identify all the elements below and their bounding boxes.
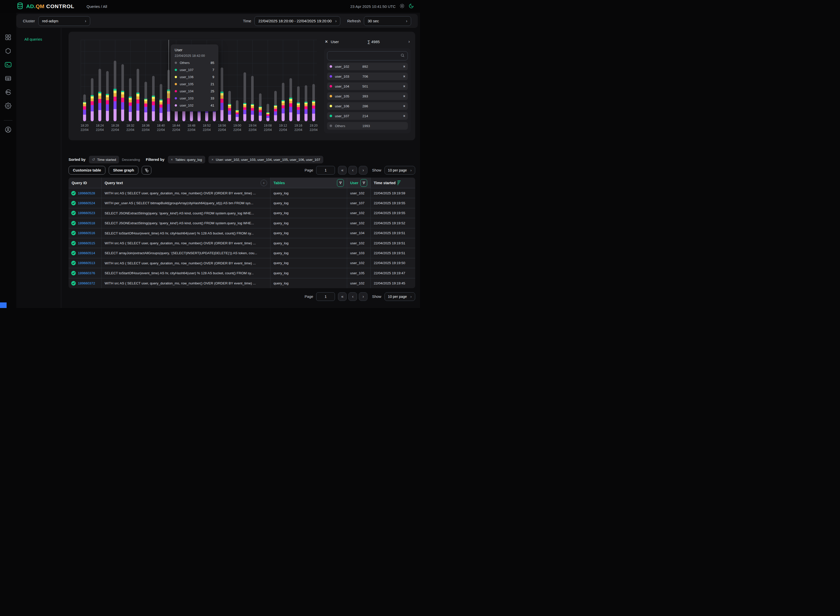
chart-bar[interactable] (106, 71, 109, 121)
query-id-link[interactable]: 189660528 (78, 191, 95, 195)
chart-bar[interactable] (152, 76, 155, 121)
chart-tooltip-rows: Others85user_1077user_1069user_10521user… (175, 61, 214, 107)
close-icon[interactable]: × (325, 39, 328, 44)
chart-bar-segment-user_104 (129, 103, 132, 106)
sidebar-item-settings[interactable] (5, 103, 12, 109)
query-id-link[interactable]: 189660376 (78, 271, 95, 275)
query-id-link[interactable]: 189660515 (78, 241, 95, 245)
query-id-link[interactable]: 189660513 (78, 261, 95, 265)
column-header-tables[interactable]: Tables (271, 177, 347, 188)
chart-bar-segment-user_102 (113, 109, 116, 121)
time-range-select[interactable]: 22/04/2025 18:20:00 - 22/04/2025 19:20:0… (255, 16, 340, 26)
breadcrumb[interactable]: Queries / All (87, 4, 107, 9)
remove-user-filter-button[interactable]: × (403, 114, 405, 118)
query-id-link[interactable]: 189660514 (78, 251, 95, 255)
dark-theme-moon-icon[interactable] (409, 3, 414, 10)
remove-user-filter-button[interactable]: × (403, 84, 405, 88)
sort-direction[interactable]: Descending (122, 158, 140, 161)
remove-user-filter-button[interactable]: × (403, 74, 405, 78)
chart-bar[interactable] (129, 78, 132, 121)
sidebar-item-access-keys[interactable] (5, 89, 12, 95)
show-graph-button[interactable]: Show graph (109, 166, 138, 175)
refresh-select[interactable]: 30 sec › (364, 16, 411, 26)
chart-bar[interactable] (243, 72, 246, 121)
per-page-select[interactable]: 10 per page › (384, 292, 415, 301)
query-id-link[interactable]: 189660523 (78, 211, 95, 215)
chart-bar[interactable] (121, 64, 124, 121)
tables-filter-icon[interactable] (337, 179, 344, 187)
sub-sidebar: All queries (16, 28, 61, 308)
chart-bar[interactable] (297, 86, 300, 121)
chart-bar[interactable] (259, 93, 262, 121)
customize-table-button[interactable]: Customize table (69, 166, 105, 175)
first-page-button[interactable]: « (338, 292, 347, 301)
sidebar-item-dashboard[interactable] (5, 34, 12, 41)
column-header-user[interactable]: User (347, 177, 371, 188)
next-page-button[interactable]: › (359, 292, 368, 301)
user-filter-item[interactable]: user_106286× (327, 102, 408, 110)
table-body: 189660528WITH src AS ( SELECT user, quer… (69, 188, 415, 288)
sidebar-item-queries[interactable] (4, 62, 12, 68)
remove-user-filter-button[interactable]: × (403, 65, 405, 69)
filter-chip[interactable]: ×User: user_102, user_103, user_104, use… (209, 156, 323, 163)
query-id-link[interactable]: 189660524 (78, 201, 95, 205)
user-filter-item[interactable]: user_107214× (327, 112, 408, 120)
chart-bar[interactable] (274, 91, 277, 121)
user-filter-item[interactable]: user_102892× (327, 63, 408, 70)
check-icon (71, 271, 76, 276)
prev-page-button[interactable]: ‹ (349, 292, 357, 301)
light-theme-sun-icon[interactable] (399, 3, 405, 10)
chart-bar[interactable] (228, 91, 231, 121)
page-number-input[interactable] (316, 292, 335, 301)
sidebar-item-all-queries[interactable]: All queries (16, 28, 61, 41)
sort-chip[interactable]: ↺ Time started (89, 156, 119, 163)
chart-bar[interactable] (98, 69, 102, 121)
user-filter-item[interactable]: user_103706× (327, 73, 408, 80)
chart-bar[interactable] (144, 82, 147, 121)
chevron-right-icon[interactable]: › (408, 39, 410, 44)
user-search-input[interactable] (330, 54, 400, 58)
expand-column-button[interactable]: › (260, 180, 267, 186)
remove-user-filter-button[interactable]: × (403, 94, 405, 98)
remove-filter-icon[interactable]: × (171, 158, 173, 161)
query-id-link[interactable]: 189660518 (78, 221, 95, 225)
user-filter-icon[interactable] (360, 179, 367, 187)
column-header-time-started[interactable]: Time started (371, 177, 415, 188)
chart-bar[interactable] (83, 94, 86, 121)
chart-bar[interactable] (221, 67, 224, 121)
chart-bar[interactable] (235, 100, 239, 121)
reset-filters-button[interactable] (142, 166, 152, 175)
user-filter-item[interactable]: user_104501× (327, 82, 408, 90)
chart-bar[interactable] (91, 78, 94, 121)
query-id-link[interactable]: 189660516 (78, 231, 95, 235)
chart-bar[interactable] (289, 78, 292, 121)
chart-bar[interactable] (251, 76, 254, 121)
remove-filter-icon[interactable]: × (212, 158, 213, 161)
user-filter-item[interactable]: Others1993 (327, 122, 408, 130)
page-number-input[interactable] (316, 166, 335, 175)
remove-user-filter-button[interactable]: × (403, 104, 405, 108)
first-page-button[interactable]: « (338, 166, 347, 175)
chart-bar[interactable] (266, 104, 269, 121)
query-id-link[interactable]: 189660372 (78, 282, 95, 285)
column-header-query-text[interactable]: Query text › (102, 177, 271, 188)
chart-bar[interactable] (159, 84, 163, 121)
user-profile-icon[interactable] (4, 126, 12, 133)
chart-bar[interactable] (136, 69, 140, 121)
chart-bar[interactable] (312, 84, 315, 121)
sidebar-item-cluster[interactable] (5, 48, 12, 54)
chart-bar[interactable] (305, 85, 307, 121)
sidebar-item-tables[interactable] (5, 75, 12, 82)
cluster-select[interactable]: red-adqm › (38, 16, 90, 26)
next-page-button[interactable]: › (359, 166, 368, 175)
user-filter-item[interactable]: user_105393× (327, 92, 408, 100)
per-page-select[interactable]: 10 per page › (384, 166, 415, 175)
chart-bar[interactable] (113, 61, 116, 121)
column-header-query-id[interactable]: Query ID (69, 177, 102, 188)
brand-logo[interactable]: AD.QMCONTROL (16, 2, 74, 11)
reset-sort-icon[interactable]: ↺ (92, 157, 95, 162)
filter-chip[interactable]: ×Tables: query_log (168, 156, 205, 163)
prev-page-button[interactable]: ‹ (349, 166, 357, 175)
chart-bar[interactable] (282, 83, 285, 121)
chart-plot: User 22/04/2025 18:42:00 Others85user_10… (81, 40, 317, 122)
